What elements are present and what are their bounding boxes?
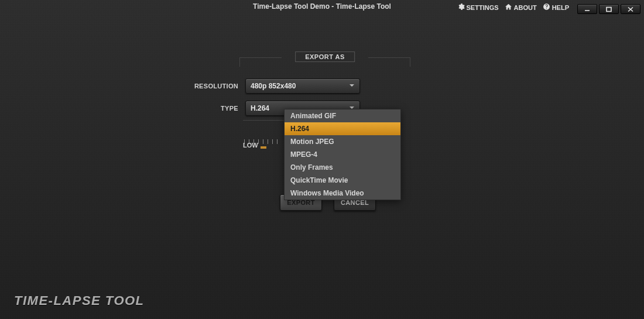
type-option[interactable]: Only Frames <box>285 161 400 174</box>
close-button[interactable] <box>621 4 640 14</box>
type-option[interactable]: Motion JPEG <box>285 135 400 148</box>
top-menu: SETTINGS ABOUT HELP <box>457 3 569 12</box>
gear-icon <box>457 3 465 12</box>
bracket-left <box>239 57 282 67</box>
about-label: ABOUT <box>514 4 537 11</box>
help-link[interactable]: HELP <box>543 3 569 12</box>
type-option[interactable]: H.264 <box>285 122 400 135</box>
bracket-right <box>368 57 410 67</box>
slider-low-label: LOW <box>243 142 258 149</box>
panel-title: EXPORT AS <box>295 52 355 62</box>
maximize-button[interactable] <box>599 4 619 14</box>
settings-link[interactable]: SETTINGS <box>457 3 499 12</box>
chevron-down-icon <box>349 82 355 90</box>
resolution-label: RESOLUTION <box>191 83 238 90</box>
app-logo: TIME-LAPSE TOOL <box>14 293 145 308</box>
help-icon <box>543 3 550 12</box>
help-label: HELP <box>552 4 569 11</box>
type-option[interactable]: QuickTime Movie <box>285 174 400 187</box>
window-title: Time-Lapse Tool Demo - Time-Lapse Tool <box>253 2 391 11</box>
about-link[interactable]: ABOUT <box>505 3 537 12</box>
svg-rect-1 <box>607 7 611 11</box>
resolution-dropdown[interactable]: 480p 852x480 <box>245 78 360 94</box>
slider-handle[interactable] <box>261 146 266 149</box>
type-option[interactable]: Animated GIF <box>285 109 400 122</box>
type-value: H.264 <box>251 104 269 112</box>
panel-title-row: EXPORT AS <box>243 52 407 64</box>
window-controls <box>577 4 640 14</box>
settings-label: SETTINGS <box>467 4 499 11</box>
type-option[interactable]: MPEG-4 <box>285 148 400 161</box>
type-label: TYPE <box>191 105 238 112</box>
home-icon <box>505 3 512 12</box>
resolution-value: 480p 852x480 <box>251 82 296 90</box>
resolution-row: RESOLUTION 480p 852x480 <box>243 78 407 94</box>
type-dropdown-list[interactable]: Animated GIFH.264Motion JPEGMPEG-4Only F… <box>284 109 401 200</box>
type-option[interactable]: Windows Media Video <box>285 187 400 200</box>
minimize-button[interactable] <box>577 4 597 14</box>
titlebar: Time-Lapse Tool Demo - Time-Lapse Tool S… <box>0 2 644 15</box>
